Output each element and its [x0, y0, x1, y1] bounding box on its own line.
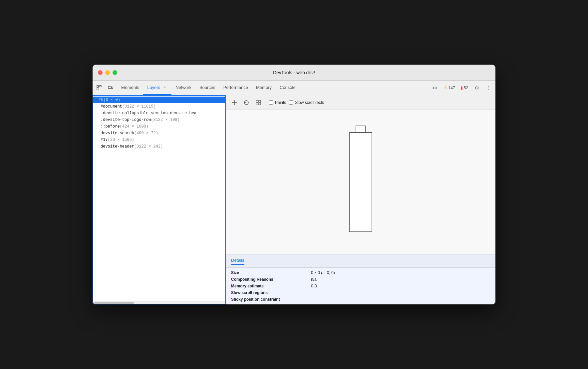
svg-rect-5 [112, 87, 113, 89]
layer-item-top-logo[interactable]: .devsite-top-logo-row (3122 × 108) [98, 117, 225, 123]
details-title: Details [231, 258, 244, 265]
svg-rect-10 [256, 103, 258, 105]
warning-count: 147 [448, 86, 455, 90]
svg-rect-2 [97, 88, 99, 90]
paints-checkbox-label[interactable]: Paints [269, 100, 286, 105]
detail-label-compositing: Compositing Reasons [231, 277, 311, 282]
layer-visualization [349, 132, 372, 232]
layer-name-document: #document [101, 104, 122, 109]
layer-toggle-icon: ▼ [95, 98, 97, 102]
tab-bar: Elements Layers × Network Sources Perfor… [93, 81, 495, 95]
viz-toolbar: Paints Slow scroll rects [226, 95, 495, 110]
layer-size-before: (424 × 1000) [120, 124, 148, 129]
svg-rect-9 [259, 100, 261, 102]
layer-size-header: (3122 × 242) [134, 144, 163, 149]
detail-label-slow-scroll: Slow scroll regions [231, 290, 311, 295]
settings-icon: ⚙ [475, 85, 479, 91]
viz-box [349, 132, 372, 232]
tab-close-layers[interactable]: × [162, 85, 167, 90]
layer-item-search[interactable]: devsite-search (400 × 72) [98, 130, 225, 137]
layer-item-header[interactable]: devsite-header (3122 × 242) [98, 143, 225, 150]
minimize-button[interactable] [105, 70, 110, 75]
svg-rect-11 [259, 103, 261, 105]
error-count: 52 [464, 86, 468, 90]
tab-network[interactable]: Network [171, 81, 195, 95]
svg-rect-1 [99, 86, 101, 87]
layer-item-collapsible[interactable]: .devsite-collapsible-section.devsite-hea [98, 110, 225, 117]
layer-size-document: (3122 × 11015) [122, 104, 156, 109]
svg-rect-4 [108, 86, 111, 89]
scrollbar-thumb [94, 302, 134, 304]
layer-item-before[interactable]: ::before (424 × 1000) [98, 123, 225, 130]
layers-tree[interactable]: ▼ #6 (0 × 0) #document (3122 × 11015) .d… [93, 95, 225, 301]
tab-bar-right: >> ⚠ 147 ▮ 52 ⚙ ⋮ [430, 81, 494, 95]
main-content: ▼ #6 (0 × 0) #document (3122 × 11015) .d… [93, 95, 495, 304]
pan-tool-button[interactable] [230, 98, 239, 107]
layer-size-root: (0 × 0) [103, 98, 120, 102]
tab-performance[interactable]: Performance [219, 81, 252, 95]
rotate-tool-button[interactable] [242, 98, 251, 107]
detail-label-memory: Memory estimate [231, 284, 311, 288]
inspect-element-icon[interactable] [94, 83, 105, 93]
tab-elements[interactable]: Elements [117, 81, 143, 95]
svg-rect-8 [256, 100, 258, 102]
warning-icon: ⚠ [443, 85, 447, 90]
detail-value-memory: 0 B [311, 284, 490, 288]
device-toolbar-icon[interactable] [105, 83, 116, 93]
layer-size-17: (30 × 1506) [108, 138, 134, 142]
tab-memory[interactable]: Memory [252, 81, 276, 95]
reset-transform-button[interactable] [254, 98, 263, 107]
layers-panel: ▼ #6 (0 × 0) #document (3122 × 11015) .d… [93, 95, 226, 304]
layer-name-before: ::before [101, 124, 120, 129]
error-badge: ▮ 52 [458, 85, 470, 91]
tab-sources[interactable]: Sources [195, 81, 219, 95]
viz-area [226, 110, 495, 254]
details-header: Details [226, 254, 495, 268]
layer-item-document[interactable]: #document (3122 × 11015) [98, 103, 225, 110]
layer-name-root: #6 [99, 98, 103, 102]
more-options-button[interactable]: ⋮ [483, 83, 494, 93]
toolbar-separator [266, 99, 266, 106]
more-options-icon: ⋮ [486, 85, 491, 91]
detail-label-sticky: Sticky position constraint [231, 297, 311, 302]
details-content: Size 0 × 0 (at 0, 0) Compositing Reasons… [226, 268, 495, 304]
warning-badge: ⚠ 147 [441, 85, 457, 91]
layer-item-root[interactable]: ▼ #6 (0 × 0) [93, 97, 225, 103]
tab-bar-left-icons [94, 81, 117, 95]
detail-value-slow-scroll [311, 290, 490, 295]
tab-bar-tabs: Elements Layers × Network Sources Perfor… [117, 81, 300, 95]
title-bar: DevTools - web.dev/ [93, 65, 495, 81]
layer-size-search: (400 × 72) [134, 131, 158, 136]
tab-console[interactable]: Console [276, 81, 300, 95]
devtools-window: DevTools - web.dev/ Elements [93, 65, 495, 304]
detail-value-size: 0 × 0 (at 0, 0) [311, 270, 490, 275]
layer-name-17: #17 [101, 138, 108, 142]
settings-button[interactable]: ⚙ [471, 83, 482, 93]
layer-name-collapsible: .devsite-collapsible-section.devsite-hea [101, 111, 196, 116]
layer-name-search: devsite-search [101, 131, 134, 136]
more-tabs-button[interactable]: >> [430, 83, 440, 93]
error-icon: ▮ [460, 85, 463, 90]
layer-name-header: devsite-header [101, 144, 134, 149]
layers-scrollbar[interactable] [93, 301, 225, 304]
slow-scroll-checkbox-label[interactable]: Slow scroll rects [289, 100, 324, 105]
right-panel: Paints Slow scroll rects Details [226, 95, 495, 304]
viz-box-top [356, 126, 366, 132]
window-title: DevTools - web.dev/ [273, 70, 315, 75]
tab-layers[interactable]: Layers × [143, 81, 171, 95]
paints-checkbox[interactable] [269, 100, 273, 105]
maximize-button[interactable] [113, 70, 117, 75]
details-panel: Details Size 0 × 0 (at 0, 0) Compositing… [226, 254, 495, 304]
close-button[interactable] [98, 70, 103, 75]
traffic-lights [98, 70, 117, 75]
layer-item-17[interactable]: #17 (30 × 1506) [98, 137, 225, 143]
detail-value-sticky [311, 297, 490, 302]
detail-label-size: Size [231, 270, 311, 275]
layer-name-top-logo: .devsite-top-logo-row [101, 118, 151, 122]
slow-scroll-checkbox[interactable] [289, 100, 293, 105]
layer-size-top-logo: (3122 × 108) [151, 118, 179, 122]
detail-value-compositing: n/a [311, 277, 490, 282]
